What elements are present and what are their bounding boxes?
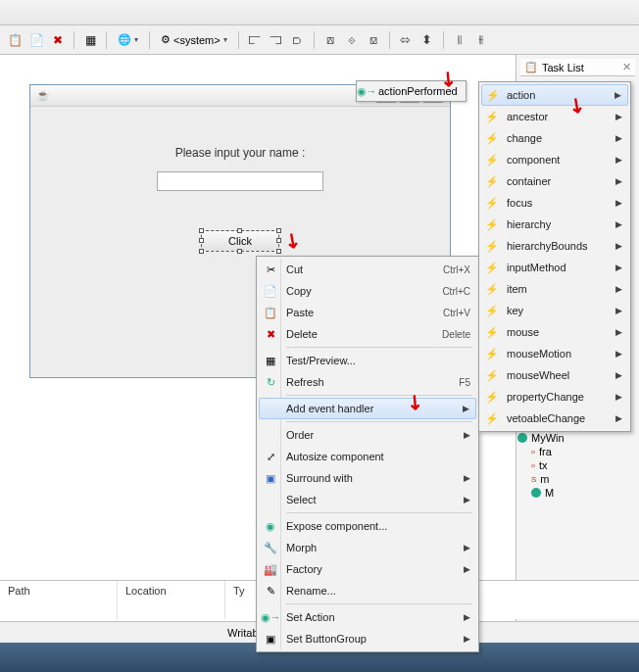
set-action-icon: ◉→ (263, 609, 278, 625)
event-propertychange[interactable]: ⚡propertyChange▶ (481, 386, 628, 408)
rename-icon: ✎ (263, 583, 278, 599)
field-icon: ▫ (531, 446, 535, 457)
preview-icon[interactable]: ▦ (81, 31, 99, 49)
ctx-set-buttongroup[interactable]: ▣Set ButtonGroup▶ (259, 628, 476, 649)
context-menu: ✂CutCtrl+X 📄CopyCtrl+C 📋PasteCtrl+V ✖Del… (256, 256, 479, 652)
gear-icon: ⚙ (161, 33, 171, 46)
ctx-refresh[interactable]: ↻RefreshF5 (259, 371, 476, 393)
listener-icon: ⚡ (485, 368, 499, 382)
buttongroup-icon: ▣ (263, 631, 278, 647)
event-inputmethod[interactable]: ⚡inputMethod▶ (481, 257, 628, 278)
autosize-icon: ⤢ (263, 449, 278, 464)
event-component[interactable]: ⚡component▶ (481, 149, 628, 170)
event-container[interactable]: ⚡container▶ (481, 170, 628, 192)
listener-icon: ⚡ (485, 239, 499, 253)
event-item[interactable]: ⚡item▶ (481, 278, 628, 300)
event-mouse[interactable]: ⚡mouse▶ (481, 321, 628, 343)
event-focus[interactable]: ⚡focus▶ (481, 192, 628, 214)
event-key[interactable]: ⚡key▶ (481, 300, 628, 321)
name-label: Please input your name : (175, 146, 306, 160)
ctx-surround[interactable]: ▣Surround with▶ (259, 467, 476, 489)
ctx-paste[interactable]: 📋PasteCtrl+V (259, 302, 476, 323)
ctx-expose[interactable]: ◉Expose component... (259, 515, 476, 537)
event-handler-submenu: ⚡action▶ ⚡ancestor▶ ⚡change▶ ⚡component▶… (478, 81, 631, 432)
align-left-icon[interactable]: ⫍ (246, 31, 264, 49)
preview-icon: ▦ (263, 353, 278, 368)
expose-icon: ◉ (263, 518, 278, 534)
event-hierarchy[interactable]: ⚡hierarchy▶ (481, 214, 628, 235)
listener-icon: ⚡ (485, 282, 499, 296)
ctx-morph[interactable]: 🔧Morph▶ (259, 537, 476, 558)
copy-icon[interactable]: 📋 (6, 31, 24, 49)
listener-icon: ⚡ (485, 217, 499, 231)
event-mousemotion[interactable]: ⚡mouseMotion▶ (481, 343, 628, 364)
align-center-icon[interactable]: ⫎ (268, 31, 285, 49)
copy-icon: 📄 (263, 283, 278, 299)
ctx-copy[interactable]: 📄CopyCtrl+C (259, 280, 476, 302)
listener-icon: ⚡ (486, 88, 500, 102)
app-toolbar-upper (0, 0, 639, 25)
delete-icon: ✖ (263, 326, 278, 342)
event-vetoablechange[interactable]: ⚡vetoableChange▶ (481, 408, 628, 429)
field-icon: ▫ (531, 459, 535, 471)
listener-icon: ⚡ (485, 325, 499, 339)
ctx-select[interactable]: Select▶ (259, 489, 476, 510)
system-dropdown[interactable]: ⚙<system> (157, 33, 231, 46)
col-location[interactable]: Location (118, 581, 225, 619)
event-change[interactable]: ⚡change▶ (481, 127, 628, 149)
morph-icon: 🔧 (263, 540, 278, 555)
cut-icon: ✂ (263, 262, 278, 277)
align-bottom-icon[interactable]: ⟏ (365, 31, 382, 49)
listener-icon: ⚡ (485, 174, 499, 188)
method-icon (531, 488, 541, 498)
click-button[interactable]: Click (201, 230, 279, 252)
ctx-rename[interactable]: ✎Rename... (259, 580, 476, 601)
listener-icon: ⚡ (485, 347, 499, 360)
ctx-cut[interactable]: ✂CutCtrl+X (259, 259, 476, 280)
ctx-add-event-handler[interactable]: Add event handler▶ (259, 398, 476, 419)
app-toolbar: 📋 📄 ✖ ▦ 🌐 ⚙<system> ⫍ ⫎ ⫐ ⟎ ⟐ ⟏ ⬄ ⬍ ⫴ ⫵ (0, 25, 639, 55)
same-height-icon[interactable]: ⬍ (418, 31, 436, 49)
space-v-icon[interactable]: ⫵ (472, 31, 490, 49)
ctx-order[interactable]: Order▶ (259, 424, 476, 446)
listener-icon: ⚡ (485, 110, 499, 123)
listener-icon: ⚡ (485, 131, 499, 145)
paste-icon[interactable]: 📄 (27, 31, 45, 49)
event-mousewheel[interactable]: ⚡mouseWheel▶ (481, 364, 628, 386)
action-performed-item[interactable]: ◉→ actionPerformed (356, 80, 467, 102)
name-input[interactable] (157, 171, 323, 191)
tasklist-tab[interactable]: 📋 Task List ✕ (520, 59, 635, 76)
factory-icon: 🏭 (263, 561, 278, 577)
space-h-icon[interactable]: ⫴ (451, 31, 468, 49)
globe-dropdown[interactable]: 🌐 (114, 33, 142, 46)
method-icon: ◉→ (360, 84, 373, 98)
ctx-autosize[interactable]: ⤢Autosize component (259, 446, 476, 467)
listener-icon: ⚡ (485, 261, 499, 274)
close-view-icon[interactable]: ✕ (622, 61, 631, 73)
col-path[interactable]: Path (0, 581, 118, 619)
refresh-icon: ↻ (263, 374, 278, 390)
align-top-icon[interactable]: ⟎ (321, 31, 339, 49)
tasklist-icon: 📋 (524, 61, 538, 73)
static-icon: S (531, 475, 536, 484)
ctx-set-action[interactable]: ◉→Set Action▶ (259, 606, 476, 628)
listener-icon: ⚡ (485, 411, 499, 425)
delete-x-icon[interactable]: ✖ (49, 31, 67, 49)
event-action[interactable]: ⚡action▶ (481, 84, 628, 106)
align-middle-icon[interactable]: ⟐ (343, 31, 361, 49)
outline-tree[interactable]: MyWin ▫fra ▫tx Sm M (517, 431, 635, 500)
paste-icon: 📋 (263, 305, 278, 320)
align-right-icon[interactable]: ⫐ (289, 31, 307, 49)
ctx-test-preview[interactable]: ▦Test/Preview... (259, 350, 476, 371)
ctx-delete[interactable]: ✖DeleteDelete (259, 323, 476, 345)
event-ancestor[interactable]: ⚡ancestor▶ (481, 106, 628, 127)
same-width-icon[interactable]: ⬄ (397, 31, 415, 49)
class-icon (517, 433, 527, 443)
listener-icon: ⚡ (485, 196, 499, 210)
listener-icon: ⚡ (485, 304, 499, 317)
ctx-factory[interactable]: 🏭Factory▶ (259, 558, 476, 580)
event-hierarchybounds[interactable]: ⚡hierarchyBounds▶ (481, 235, 628, 257)
listener-icon: ⚡ (485, 153, 499, 167)
listener-icon: ⚡ (485, 390, 499, 404)
java-icon: ☕ (36, 89, 50, 103)
